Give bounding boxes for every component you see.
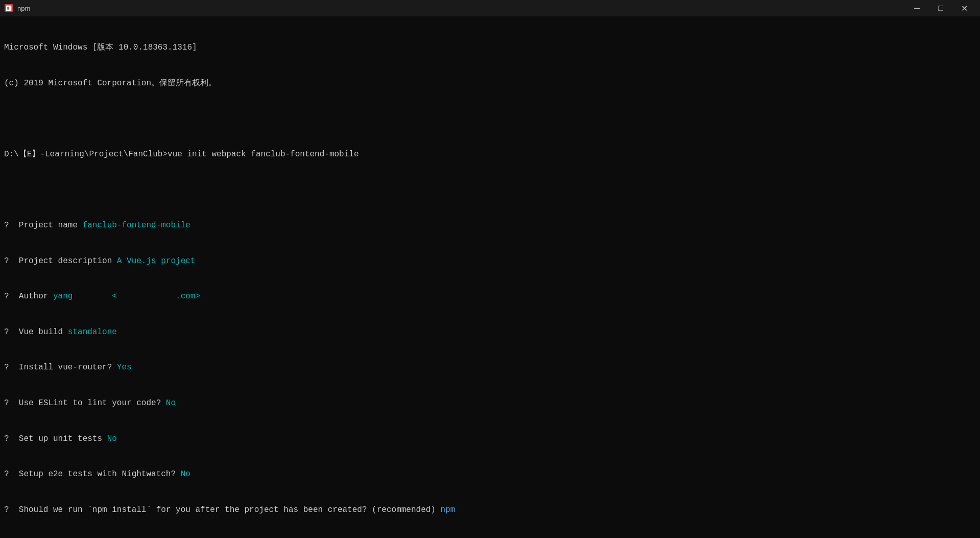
win-version-line: Microsoft Windows [版本 10.0.18363.1316] — [4, 42, 976, 54]
e2e-line: ? Setup e2e tests with Nightwatch? No — [4, 469, 976, 480]
maximize-button[interactable]: □ — [929, 0, 952, 16]
unit-tests-line: ? Set up unit tests No — [4, 433, 976, 445]
empty-line-2 — [4, 184, 976, 196]
vue-build-line: ? Vue build standalone — [4, 326, 976, 338]
win-copyright-line: (c) 2019 Microsoft Corporation。保留所有权利。 — [4, 78, 976, 89]
svg-rect-2 — [7, 7, 9, 9]
npm-icon — [4, 4, 13, 13]
empty-line-1 — [4, 113, 976, 125]
npm-install-line: ? Should we run `npm install` for you af… — [4, 504, 976, 516]
vue-router-line: ? Install vue-router? Yes — [4, 362, 976, 373]
project-name-line: ? Project name fanclub-fontend-mobile — [4, 220, 976, 231]
prompt-line: D:\【E】-Learning\Project\FanClub>vue init… — [4, 149, 976, 160]
minimize-button[interactable]: ─ — [905, 0, 929, 16]
terminal-output: Microsoft Windows [版本 10.0.18363.1316] (… — [0, 16, 980, 538]
close-button[interactable]: ✕ — [952, 0, 976, 16]
window-controls: ─ □ ✕ — [905, 0, 976, 16]
title-bar: npm ─ □ ✕ — [0, 0, 980, 16]
terminal-window: npm ─ □ ✕ Microsoft Windows [版本 10.0.183… — [0, 0, 980, 538]
window-title: npm — [17, 5, 905, 12]
project-desc-line: ? Project description A Vue.js project — [4, 255, 976, 267]
eslint-line: ? Use ESLint to lint your code? No — [4, 397, 976, 409]
author-line: ? Author yang < .com> — [4, 291, 976, 302]
